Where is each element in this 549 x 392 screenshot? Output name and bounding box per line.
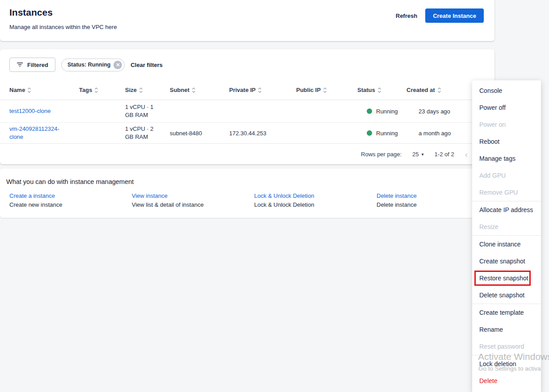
sort-icon	[323, 87, 327, 93]
sort-icon	[192, 87, 196, 93]
help-card: What you can do with instance management…	[0, 169, 495, 218]
menu-item-power-off[interactable]: Power off	[472, 99, 541, 116]
sort-icon	[377, 87, 381, 93]
status-running-dot-icon	[367, 130, 372, 136]
instances-table-card: Filtered Status: Running ✕ Clear filters…	[0, 49, 495, 164]
menu-item-clone-instance[interactable]: Clone instance	[472, 236, 541, 253]
menu-item-lock-deletion[interactable]: Lock deletion	[472, 355, 541, 372]
clear-filters-button[interactable]: Clear filters	[130, 62, 163, 68]
sort-icon	[139, 87, 143, 93]
filter-bar: Filtered Status: Running ✕ Clear filters	[9, 58, 163, 72]
filter-chip-label: Status: Running	[67, 62, 111, 68]
column-header-status[interactable]: Status	[357, 87, 407, 93]
menu-item-restore-snapshot[interactable]: Restore snapshot	[472, 270, 541, 287]
filtered-button[interactable]: Filtered	[9, 58, 55, 72]
refresh-button[interactable]: Refresh	[396, 13, 417, 19]
menu-item-reset-password: Reset password	[472, 338, 541, 355]
help-link-description: Create new instance	[9, 201, 132, 208]
instance-name-link[interactable]: vm-240928112324-clone	[9, 125, 70, 141]
menu-item-allocate-ip-address[interactable]: Allocate IP address	[472, 201, 541, 218]
help-item: View instance View list & detail of inst…	[132, 192, 254, 208]
sort-icon	[437, 87, 441, 93]
menu-item-delete-snapshot[interactable]: Delete snapshot	[472, 287, 541, 304]
rows-per-page-select[interactable]: 25 ▾	[412, 151, 424, 158]
filter-icon	[17, 62, 23, 67]
table-header-row: Name Tags Size Subnet Private IP Public …	[0, 80, 495, 100]
cell-size: 1 vCPU · 1 GB RAM	[125, 103, 162, 119]
menu-item-manage-tags[interactable]: Manage tags	[472, 150, 541, 167]
header-actions: Refresh Create Instance	[396, 8, 484, 23]
status-running-dot-icon	[367, 108, 372, 114]
column-header-name[interactable]: Name	[9, 87, 79, 93]
menu-item-add-gpu: Add GPU	[472, 167, 541, 184]
page-title: Instances	[9, 7, 53, 18]
previous-page-icon[interactable]: ‹	[465, 150, 468, 158]
help-links: Create a instance Create new instance Vi…	[9, 192, 492, 208]
sort-icon	[27, 87, 31, 93]
status-label: Running	[376, 108, 398, 115]
instance-name-link[interactable]: test12000-clone	[9, 107, 70, 115]
help-item: Lock & Unlock Deletion Lock & Unlock Del…	[254, 192, 377, 208]
help-link-create-instance[interactable]: Create a instance	[9, 192, 132, 199]
sort-icon	[94, 87, 98, 93]
menu-item-create-snapshot[interactable]: Create snapshot	[472, 253, 541, 270]
caret-down-icon: ▾	[422, 152, 424, 157]
menu-item-reboot[interactable]: Reboot	[472, 133, 541, 150]
cell-size: 1 vCPU · 2 GB RAM	[125, 125, 162, 141]
column-header-subnet[interactable]: Subnet	[170, 87, 229, 93]
menu-item-remove-gpu: Remove GPU	[472, 184, 541, 201]
cell-status: Running	[357, 130, 407, 137]
column-header-tags[interactable]: Tags	[79, 87, 125, 93]
filter-chip-status-running[interactable]: Status: Running ✕	[61, 58, 125, 71]
column-header-private-ip[interactable]: Private IP	[229, 87, 296, 93]
rows-per-page-label: Rows per page:	[361, 151, 402, 158]
table-row: vm-240928112324-clone 1 vCPU · 2 GB RAM …	[0, 123, 495, 144]
page-header: Instances Manage all instances within th…	[0, 0, 495, 41]
menu-item-console[interactable]: Console	[472, 82, 541, 99]
cell-private-ip: 172.30.44.253	[229, 130, 296, 137]
cell-status: Running	[357, 108, 407, 115]
help-link-description: Lock & Unlock Deletion	[254, 201, 377, 208]
menu-item-rename[interactable]: Rename	[472, 321, 541, 338]
filtered-button-label: Filtered	[27, 62, 48, 68]
column-header-size[interactable]: Size	[125, 87, 170, 93]
menu-item-create-template[interactable]: Create template	[472, 304, 541, 321]
sort-icon	[258, 87, 262, 93]
status-label: Running	[376, 130, 398, 137]
help-link-description: View list & detail of instance	[132, 201, 254, 208]
menu-item-power-on: Power on	[472, 116, 541, 133]
rows-per-page-value: 25	[412, 151, 419, 158]
pagination-bar: Rows per page: 25 ▾ 1-2 of 2 ‹	[361, 144, 468, 164]
help-title: What you can do with instance management	[6, 178, 134, 185]
help-item: Create a instance Create new instance	[9, 192, 132, 208]
column-header-public-ip[interactable]: Public IP	[296, 87, 357, 93]
help-link-view-instance[interactable]: View instance	[132, 192, 254, 199]
create-instance-button[interactable]: Create Instance	[425, 8, 484, 23]
help-link-lock-unlock-deletion[interactable]: Lock & Unlock Deletion	[254, 192, 377, 199]
menu-item-delete[interactable]: Delete	[472, 372, 541, 389]
page-subtitle: Manage all instances within the VPC here	[9, 24, 117, 30]
table-row: test12000-clone 1 vCPU · 1 GB RAM Runnin…	[0, 100, 495, 123]
chip-close-icon[interactable]: ✕	[113, 61, 122, 69]
cell-subnet: subnet-8480	[170, 130, 229, 137]
instance-actions-menu: Console Power off Power on Reboot Manage…	[472, 80, 541, 392]
menu-item-resize: Resize	[472, 218, 541, 235]
pagination-range: 1-2 of 2	[435, 151, 454, 158]
